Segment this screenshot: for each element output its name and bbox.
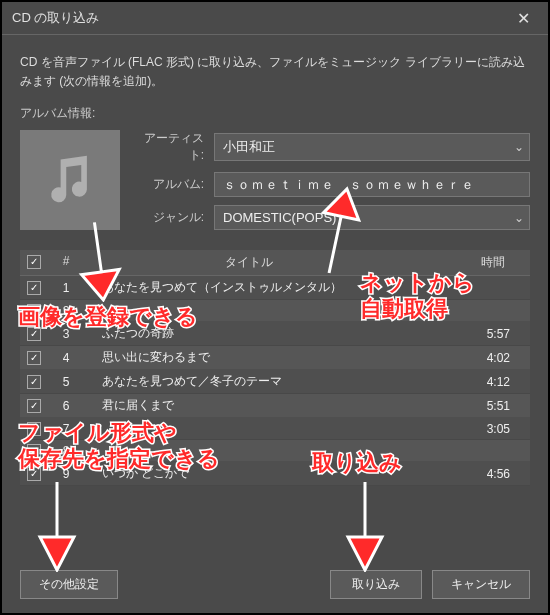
row-checkbox[interactable]: ✓ [27,422,41,436]
row-checkbox[interactable]: ✓ [27,327,41,341]
table-row[interactable]: ✓ 4 思い出に変わるまで 4:02 [20,346,530,370]
row-checkbox[interactable]: ✓ [27,375,41,389]
album-info-label: アルバム情報: [2,105,548,130]
col-number[interactable]: # [48,254,84,271]
row-checkbox[interactable]: ✓ [27,399,41,413]
other-settings-button[interactable]: その他設定 [20,570,118,599]
table-row[interactable]: ✓ 9 いつか どこかで 4:56 [20,462,530,486]
divider [2,34,548,35]
table-row[interactable]: ✓ 8 [20,440,530,462]
album-art-placeholder[interactable] [20,130,120,230]
annotation-arrow-icon [32,482,82,572]
artist-label: アーティスト: [134,130,204,164]
album-label: アルバム: [134,176,204,193]
row-checkbox[interactable]: ✓ [27,467,41,481]
track-table: ✓ # タイトル 時間 ✓ 1 あなたを見つめて（インストゥルメンタル） ✓ 2… [20,250,530,486]
row-checkbox[interactable]: ✓ [27,351,41,365]
col-time[interactable]: 時間 [456,254,530,271]
close-icon[interactable]: ✕ [509,7,538,30]
album-info-row: アーティスト: 小田和正 ⌄ アルバム: ジャンル: DOMESTIC(POPS… [2,130,548,238]
dialog-description: CD を音声ファイル (FLAC 形式) に取り込み、ファイルをミュージック ラ… [2,45,548,105]
cancel-button[interactable]: キャンセル [432,570,530,599]
row-checkbox[interactable]: ✓ [27,444,41,458]
genre-select[interactable]: DOMESTIC(POPS) [214,205,530,230]
dialog-footer: その他設定 取り込み キャンセル [2,560,548,613]
artist-select[interactable]: 小田和正 [214,133,530,161]
import-button[interactable]: 取り込み [330,570,422,599]
row-checkbox[interactable]: ✓ [27,281,41,295]
music-note-icon [40,150,100,210]
table-row[interactable]: ✓ 3 ふたつの奇跡 5:57 [20,322,530,346]
table-header: ✓ # タイトル 時間 [20,250,530,276]
col-title[interactable]: タイトル [84,254,396,271]
select-all-checkbox[interactable]: ✓ [27,255,41,269]
table-row[interactable]: ✓ 1 あなたを見つめて（インストゥルメンタル） [20,276,530,300]
genre-label: ジャンル: [134,209,204,226]
table-row[interactable]: ✓ 2 [20,300,530,322]
window-title: CD の取り込み [12,9,99,27]
row-checkbox[interactable]: ✓ [27,304,41,318]
table-row[interactable]: ✓ 6 君に届くまで 5:51 [20,394,530,418]
album-field[interactable] [214,172,530,197]
meta-fields: アーティスト: 小田和正 ⌄ アルバム: ジャンル: DOMESTIC(POPS… [134,130,530,238]
titlebar: CD の取り込み ✕ [2,2,548,34]
table-row[interactable]: ✓ 5 あなたを見つめて／冬子のテーマ 4:12 [20,370,530,394]
table-row[interactable]: ✓ 7 3:05 [20,418,530,440]
annotation-arrow-icon [340,482,390,572]
